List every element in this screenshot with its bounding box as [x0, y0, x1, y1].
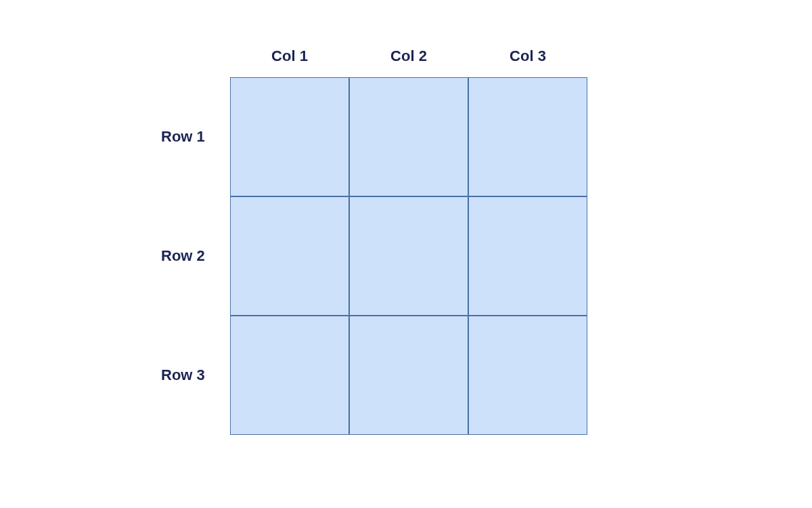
- cell-r2-c1: [230, 196, 349, 316]
- row-headers: Row 1 Row 2 Row 3: [156, 77, 230, 435]
- cell-r1-c3: [468, 77, 587, 196]
- row-header-2: Row 2: [156, 196, 230, 316]
- cell-r2-c2: [349, 196, 468, 316]
- cell-r3-c1: [230, 316, 349, 435]
- cell-r1-c1: [230, 77, 349, 196]
- cell-r3-c3: [468, 316, 587, 435]
- row-header-3: Row 3: [156, 316, 230, 435]
- column-header-2: Col 2: [349, 47, 468, 65]
- cell-r3-c2: [349, 316, 468, 435]
- cell-r2-c3: [468, 196, 587, 316]
- row-header-1: Row 1: [156, 77, 230, 196]
- grid-cells: [230, 77, 587, 435]
- column-headers: Col 1 Col 2 Col 3: [230, 47, 587, 65]
- column-header-3: Col 3: [468, 47, 587, 65]
- grid-body: Row 1 Row 2 Row 3: [156, 77, 587, 435]
- column-header-1: Col 1: [230, 47, 349, 65]
- cell-r1-c2: [349, 77, 468, 196]
- grid-diagram: Col 1 Col 2 Col 3 Row 1 Row 2 Row 3: [156, 47, 587, 435]
